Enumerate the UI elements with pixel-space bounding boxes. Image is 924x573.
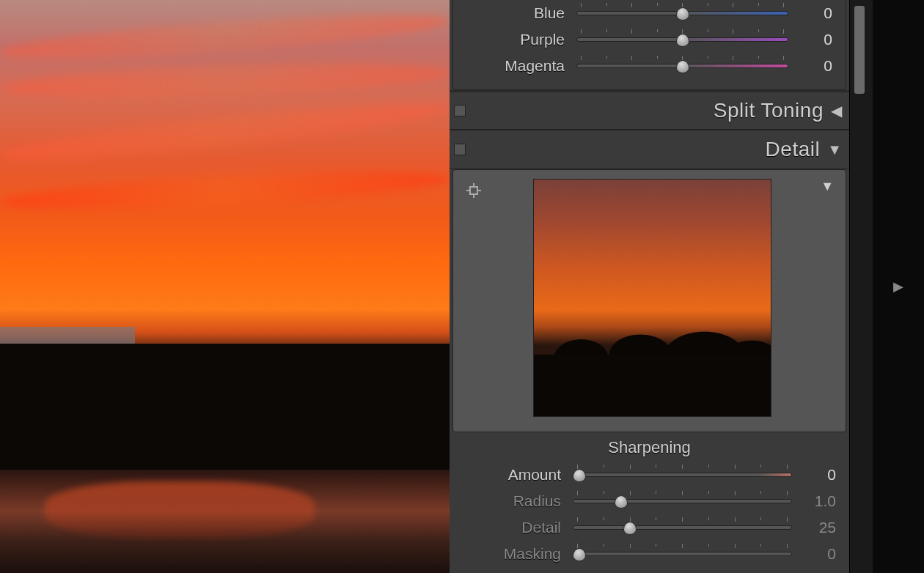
- preview-image: [0, 0, 450, 573]
- panel-switch-icon[interactable]: [454, 105, 466, 117]
- panel-scrollbar-thumb[interactable]: [854, 6, 865, 94]
- slider-magenta[interactable]: [576, 56, 788, 76]
- develop-panels: Blue 0 Purple 0: [450, 0, 849, 573]
- slider-detail[interactable]: [573, 517, 792, 538]
- slider-row-purple: Purple 0: [466, 26, 832, 53]
- sharpening-section: Sharpening Amount 0 Radius: [450, 432, 849, 567]
- hsl-color-section: Blue 0 Purple 0: [452, 0, 846, 90]
- slider-label: Purple: [466, 31, 576, 48]
- section-title: Detail: [472, 138, 827, 161]
- image-canvas[interactable]: [0, 0, 450, 573]
- svg-rect-0: [470, 187, 477, 194]
- slider-row-blue: Blue 0: [466, 0, 832, 26]
- slider-value[interactable]: 0: [788, 31, 832, 48]
- chevron-left-icon[interactable]: ◀: [831, 102, 842, 119]
- detail-target-icon[interactable]: [462, 179, 485, 202]
- slider-purple[interactable]: [576, 29, 788, 50]
- slider-row-radius: Radius 1.0: [463, 488, 836, 514]
- section-header-split-toning[interactable]: Split Toning ◀: [450, 90, 849, 130]
- slider-radius[interactable]: [573, 491, 792, 511]
- slider-value[interactable]: 25: [792, 519, 836, 536]
- slider-value[interactable]: 1.0: [792, 492, 836, 510]
- detail-zoom-preview[interactable]: [533, 179, 771, 417]
- preview-collapse-icon[interactable]: ▼: [821, 179, 834, 194]
- panel-switch-icon[interactable]: [454, 144, 466, 155]
- right-column: Blue 0 Purple 0: [450, 0, 924, 573]
- slider-row-magenta: Magenta 0: [466, 53, 832, 79]
- slider-label: Radius: [463, 492, 573, 510]
- slider-blue[interactable]: [576, 3, 788, 23]
- slider-value[interactable]: 0: [792, 545, 836, 563]
- sharpening-heading: Sharpening: [463, 438, 836, 457]
- slider-value[interactable]: 0: [788, 57, 832, 75]
- slider-label: Magenta: [466, 57, 576, 75]
- slider-row-masking: Masking 0: [463, 541, 836, 567]
- slider-row-detail: Detail 25: [463, 514, 836, 541]
- slider-label: Masking: [463, 545, 573, 563]
- chevron-right-icon: ▶: [893, 278, 903, 295]
- right-panel-toggle-strip[interactable]: ▶: [873, 0, 924, 573]
- detail-panel-body: ▼: [452, 169, 846, 432]
- slider-label: Amount: [463, 466, 573, 484]
- slider-label: Blue: [466, 4, 576, 22]
- slider-label: Detail: [463, 519, 573, 536]
- slider-value[interactable]: 0: [788, 4, 832, 22]
- slider-value[interactable]: 0: [792, 466, 836, 484]
- app-root: Blue 0 Purple 0: [0, 0, 924, 573]
- slider-amount[interactable]: [573, 465, 792, 485]
- section-title: Split Toning: [472, 99, 831, 122]
- slider-masking[interactable]: [573, 544, 792, 564]
- section-header-detail[interactable]: Detail ▼: [450, 130, 849, 169]
- slider-row-amount: Amount 0: [463, 462, 836, 488]
- panel-scrollbar-track[interactable]: [849, 0, 873, 573]
- chevron-down-icon[interactable]: ▼: [827, 141, 842, 158]
